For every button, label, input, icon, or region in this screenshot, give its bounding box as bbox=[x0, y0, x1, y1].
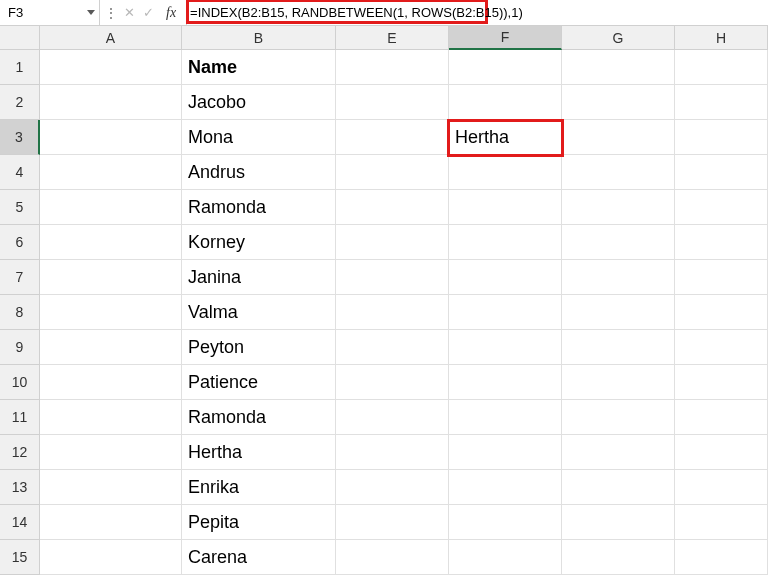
cell-E6[interactable] bbox=[336, 225, 449, 260]
name-box[interactable]: F3 bbox=[0, 0, 100, 26]
cell-H11[interactable] bbox=[675, 400, 768, 435]
cell-E10[interactable] bbox=[336, 365, 449, 400]
cell-F14[interactable] bbox=[449, 505, 562, 540]
cell-F4[interactable] bbox=[449, 155, 562, 190]
row-header-5[interactable]: 5 bbox=[0, 190, 40, 225]
cell-E8[interactable] bbox=[336, 295, 449, 330]
chevron-down-icon[interactable] bbox=[87, 10, 95, 15]
row-header-10[interactable]: 10 bbox=[0, 365, 40, 400]
cell-G7[interactable] bbox=[562, 260, 675, 295]
cell-A9[interactable] bbox=[40, 330, 182, 365]
cell-A5[interactable] bbox=[40, 190, 182, 225]
cell-G5[interactable] bbox=[562, 190, 675, 225]
cell-G9[interactable] bbox=[562, 330, 675, 365]
confirm-formula-button[interactable]: ✓ bbox=[141, 6, 156, 19]
cell-G8[interactable] bbox=[562, 295, 675, 330]
column-header-E[interactable]: E bbox=[336, 26, 449, 50]
cell-B2[interactable]: Jacobo bbox=[182, 85, 336, 120]
cell-A3[interactable] bbox=[40, 120, 182, 155]
cell-B8[interactable]: Valma bbox=[182, 295, 336, 330]
cell-H8[interactable] bbox=[675, 295, 768, 330]
cell-B13[interactable]: Enrika bbox=[182, 470, 336, 505]
row-header-9[interactable]: 9 bbox=[0, 330, 40, 365]
cell-H2[interactable] bbox=[675, 85, 768, 120]
cell-F12[interactable] bbox=[449, 435, 562, 470]
cell-E4[interactable] bbox=[336, 155, 449, 190]
cell-G15[interactable] bbox=[562, 540, 675, 575]
cell-H3[interactable] bbox=[675, 120, 768, 155]
cell-F2[interactable] bbox=[449, 85, 562, 120]
cell-B9[interactable]: Peyton bbox=[182, 330, 336, 365]
cell-B6[interactable]: Korney bbox=[182, 225, 336, 260]
cell-B12[interactable]: Hertha bbox=[182, 435, 336, 470]
cell-G12[interactable] bbox=[562, 435, 675, 470]
cell-E12[interactable] bbox=[336, 435, 449, 470]
cell-B15[interactable]: Carena bbox=[182, 540, 336, 575]
cell-G4[interactable] bbox=[562, 155, 675, 190]
cell-B3[interactable]: Mona bbox=[182, 120, 336, 155]
cancel-formula-button[interactable]: ✕ bbox=[122, 6, 137, 19]
cell-H9[interactable] bbox=[675, 330, 768, 365]
cell-E1[interactable] bbox=[336, 50, 449, 85]
kebab-icon[interactable]: ⋮ bbox=[104, 7, 118, 19]
cell-F10[interactable] bbox=[449, 365, 562, 400]
cell-E2[interactable] bbox=[336, 85, 449, 120]
row-header-2[interactable]: 2 bbox=[0, 85, 40, 120]
cell-A6[interactable] bbox=[40, 225, 182, 260]
cell-B4[interactable]: Andrus bbox=[182, 155, 336, 190]
cell-A13[interactable] bbox=[40, 470, 182, 505]
row-header-14[interactable]: 14 bbox=[0, 505, 40, 540]
row-header-4[interactable]: 4 bbox=[0, 155, 40, 190]
cell-F13[interactable] bbox=[449, 470, 562, 505]
cell-A8[interactable] bbox=[40, 295, 182, 330]
row-header-3[interactable]: 3 bbox=[0, 120, 40, 155]
cell-F8[interactable] bbox=[449, 295, 562, 330]
cell-G1[interactable] bbox=[562, 50, 675, 85]
cell-F7[interactable] bbox=[449, 260, 562, 295]
row-header-13[interactable]: 13 bbox=[0, 470, 40, 505]
row-header-15[interactable]: 15 bbox=[0, 540, 40, 575]
cell-A1[interactable] bbox=[40, 50, 182, 85]
row-header-6[interactable]: 6 bbox=[0, 225, 40, 260]
cell-G13[interactable] bbox=[562, 470, 675, 505]
cell-B5[interactable]: Ramonda bbox=[182, 190, 336, 225]
cell-A10[interactable] bbox=[40, 365, 182, 400]
cell-A14[interactable] bbox=[40, 505, 182, 540]
cell-G14[interactable] bbox=[562, 505, 675, 540]
cell-F11[interactable] bbox=[449, 400, 562, 435]
cell-H15[interactable] bbox=[675, 540, 768, 575]
cell-A4[interactable] bbox=[40, 155, 182, 190]
cell-E14[interactable] bbox=[336, 505, 449, 540]
formula-input[interactable]: =INDEX(B2:B15, RANDBETWEEN(1, ROWS(B2:B1… bbox=[187, 6, 523, 19]
column-header-A[interactable]: A bbox=[40, 26, 182, 50]
cell-A15[interactable] bbox=[40, 540, 182, 575]
cell-B11[interactable]: Ramonda bbox=[182, 400, 336, 435]
cell-H12[interactable] bbox=[675, 435, 768, 470]
cell-G6[interactable] bbox=[562, 225, 675, 260]
cell-H10[interactable] bbox=[675, 365, 768, 400]
cell-H7[interactable] bbox=[675, 260, 768, 295]
cell-B7[interactable]: Janina bbox=[182, 260, 336, 295]
cell-E11[interactable] bbox=[336, 400, 449, 435]
cell-A2[interactable] bbox=[40, 85, 182, 120]
column-header-B[interactable]: B bbox=[182, 26, 336, 50]
fx-icon[interactable]: fx bbox=[160, 6, 182, 20]
cell-B10[interactable]: Patience bbox=[182, 365, 336, 400]
row-header-7[interactable]: 7 bbox=[0, 260, 40, 295]
cell-B14[interactable]: Pepita bbox=[182, 505, 336, 540]
cell-H6[interactable] bbox=[675, 225, 768, 260]
column-header-G[interactable]: G bbox=[562, 26, 675, 50]
cell-F15[interactable] bbox=[449, 540, 562, 575]
cell-E15[interactable] bbox=[336, 540, 449, 575]
cell-G2[interactable] bbox=[562, 85, 675, 120]
cell-F1[interactable] bbox=[449, 50, 562, 85]
row-header-11[interactable]: 11 bbox=[0, 400, 40, 435]
row-header-8[interactable]: 8 bbox=[0, 295, 40, 330]
cell-H14[interactable] bbox=[675, 505, 768, 540]
cell-E3[interactable] bbox=[336, 120, 449, 155]
cell-B1[interactable]: Name bbox=[182, 50, 336, 85]
column-header-H[interactable]: H bbox=[675, 26, 768, 50]
cell-E13[interactable] bbox=[336, 470, 449, 505]
cell-H4[interactable] bbox=[675, 155, 768, 190]
cell-F6[interactable] bbox=[449, 225, 562, 260]
